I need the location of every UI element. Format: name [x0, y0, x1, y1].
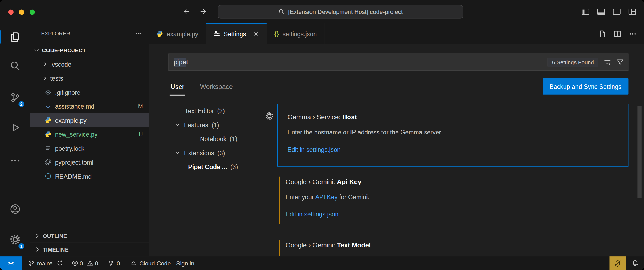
settings-toc: Text Editor (2) Features (1) Notebook (1…	[149, 104, 277, 256]
settings-search-input[interactable]: pipet 6 Settings Found	[168, 54, 628, 71]
modified-indicator	[279, 177, 280, 224]
command-center[interactable]: [Extension Development Host] code-projec…	[218, 5, 463, 19]
tab-bar: example.py Settings {} settings.json	[149, 23, 644, 44]
tree-item-tests[interactable]: tests	[30, 71, 149, 85]
problems-status-item[interactable]: 0 0	[72, 260, 98, 267]
timeline-section-header[interactable]: TIMELINE	[30, 243, 149, 256]
extension-alert-status-item[interactable]	[609, 256, 626, 270]
tab-example-py[interactable]: example.py	[149, 23, 206, 44]
errors-icon	[72, 260, 78, 266]
tree-item-vscode[interactable]: .vscode	[30, 57, 149, 71]
toggle-primary-sidebar-icon[interactable]	[581, 7, 590, 16]
modified-indicator	[279, 240, 280, 256]
toml-file-icon	[45, 159, 51, 165]
edit-in-settings-json-link[interactable]: Edit in settings.json	[286, 210, 339, 219]
chevron-down-icon	[174, 121, 181, 128]
setting-gemma-service-host[interactable]: Gemma › Service: Host Enter the hostname…	[277, 104, 628, 167]
chevron-right-icon	[42, 61, 48, 68]
bell-icon	[631, 260, 638, 267]
activity-explorer[interactable]	[0, 24, 30, 50]
python-file-icon	[45, 117, 51, 124]
more-actions-icon[interactable]	[629, 30, 637, 38]
api-key-link[interactable]: API Key	[315, 193, 338, 200]
split-editor-icon[interactable]	[614, 30, 621, 38]
cloud-icon	[131, 260, 137, 266]
open-settings-json-icon[interactable]	[598, 30, 606, 38]
tree-item-readme-md[interactable]: README.md	[30, 169, 149, 183]
setting-actions-gear-icon[interactable]	[265, 112, 274, 121]
toggle-panel-icon[interactable]	[597, 7, 605, 16]
activity-search[interactable]	[0, 53, 30, 79]
outline-section-header[interactable]: OUTLINE	[30, 229, 149, 243]
toc-text-editor[interactable]: Text Editor (2)	[149, 104, 277, 118]
branch-status-item[interactable]: main*	[28, 260, 63, 267]
tree-item-example-py[interactable]: example.py	[30, 113, 149, 127]
close-window-button[interactable]	[8, 9, 14, 15]
setting-google-gemini-text-model[interactable]: Google › Gemini: Text Model	[277, 240, 628, 256]
toggle-secondary-sidebar-icon[interactable]	[612, 7, 621, 16]
setting-description: Enter the hostname or IP address for the…	[287, 128, 618, 137]
git-untracked-badge: U	[139, 131, 149, 138]
tree-item-gitignore[interactable]: .gitignore	[30, 85, 149, 99]
branch-icon	[28, 260, 34, 266]
vertical-scrollbar[interactable]	[637, 106, 641, 198]
markdown-file-icon	[45, 103, 51, 110]
activity-run-debug[interactable]	[0, 115, 30, 140]
search-icon	[278, 9, 284, 15]
ports-status-item[interactable]: 0	[108, 260, 120, 267]
tree-item-new-service-py[interactable]: new_service.py U	[30, 127, 149, 141]
toc-notebook[interactable]: Notebook (1)	[149, 132, 277, 146]
filter-icon[interactable]	[617, 58, 624, 66]
forward-button[interactable]	[197, 5, 210, 18]
setting-title: Google › Gemini: Text Model	[286, 241, 619, 250]
back-button[interactable]	[180, 5, 193, 18]
zoom-window-button[interactable]	[30, 9, 35, 15]
settings-found-badge: 6 Settings Found	[547, 57, 598, 67]
bell-slash-icon	[614, 260, 621, 267]
remote-indicator[interactable]: ><	[0, 256, 22, 270]
close-tab-icon[interactable]	[253, 31, 259, 37]
cloud-code-status-item[interactable]: Cloud Code - Sign in	[131, 260, 194, 267]
editor-actions	[591, 23, 644, 44]
git-file-icon	[45, 89, 51, 96]
run-debug-icon	[10, 122, 20, 133]
backup-sync-settings-button[interactable]: Backup and Sync Settings	[543, 78, 628, 95]
settings-badge: 1	[18, 243, 25, 250]
info-file-icon	[45, 173, 51, 180]
edit-in-settings-json-link[interactable]: Edit in settings.json	[287, 145, 340, 154]
tab-settings-json[interactable]: {} settings.json	[267, 23, 324, 44]
tree-item-poetry-lock[interactable]: poetry.lock	[30, 141, 149, 155]
chevron-right-icon	[42, 75, 48, 82]
tree-root-folder[interactable]: CODE-PROJECT	[30, 43, 149, 57]
toc-extensions[interactable]: Extensions (3)	[149, 146, 277, 160]
customize-layout-icon[interactable]	[628, 7, 637, 16]
clear-filters-icon[interactable]	[604, 58, 611, 66]
tree-item-pyproject-toml[interactable]: pyproject.toml	[30, 155, 149, 169]
explorer-more-actions-icon[interactable]	[136, 30, 142, 37]
search-icon	[10, 61, 20, 71]
activity-more-views[interactable]	[0, 148, 30, 173]
notifications-status-item[interactable]	[626, 256, 644, 270]
setting-description: Enter your API Key for Gemini.	[286, 193, 619, 201]
activity-settings[interactable]: 1	[0, 227, 30, 252]
tree-item-assistance-md[interactable]: assistance.md M	[30, 99, 149, 113]
toc-features[interactable]: Features (1)	[149, 118, 277, 132]
window-controls	[8, 9, 35, 15]
radio-tower-icon	[108, 260, 114, 266]
settings-editor: pipet 6 Settings Found User Workspace Ba…	[149, 44, 644, 256]
chevron-down-icon	[174, 149, 181, 156]
chevron-down-icon	[33, 47, 40, 54]
sync-icon	[57, 260, 63, 266]
activity-accounts[interactable]	[0, 196, 30, 222]
minimize-window-button[interactable]	[19, 9, 24, 15]
scope-tab-user[interactable]: User	[170, 77, 185, 96]
git-modified-badge: M	[138, 103, 149, 110]
setting-google-gemini-api-key[interactable]: Google › Gemini: Api Key Enter your API …	[277, 177, 628, 224]
chevron-right-icon	[34, 246, 41, 253]
toc-pipet-code[interactable]: Pipet Code ... (3)	[149, 160, 277, 174]
scope-tab-workspace[interactable]: Workspace	[199, 77, 234, 95]
settings-list: Gemma › Service: Host Enter the hostname…	[277, 104, 644, 256]
activity-source-control[interactable]: 2	[0, 85, 30, 110]
status-bar: >< main* 0 0 0 Cloud Code - Sign in	[0, 256, 644, 270]
tab-settings[interactable]: Settings	[206, 23, 267, 44]
